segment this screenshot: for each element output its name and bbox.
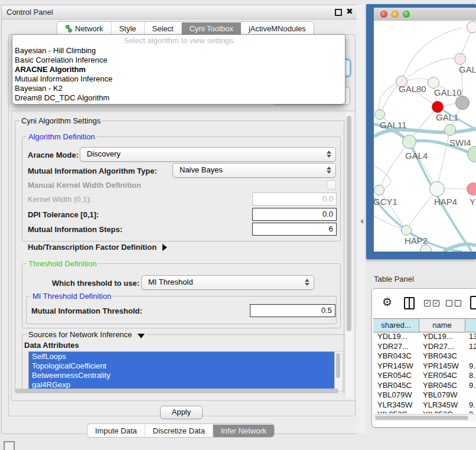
float-window-icon[interactable]	[335, 9, 342, 16]
tab-style[interactable]: Style	[112, 22, 145, 35]
table-row[interactable]: YBR043CYBR043C	[373, 351, 476, 361]
attribute-list-item[interactable]: BetweennessCentrality	[29, 371, 334, 380]
apply-button[interactable]: Apply	[160, 406, 203, 419]
network-node[interactable]	[374, 109, 385, 120]
network-node[interactable]	[467, 182, 476, 195]
mi-threshold-definition-title: MI Threshold Definition	[31, 292, 113, 301]
tab-jactivemnodules[interactable]: jActiveMNodules	[241, 22, 314, 35]
tab-select[interactable]: Select	[145, 22, 182, 35]
cyni-settings-group-title: Cyni Algorithm Settings	[19, 116, 102, 125]
table-horizontal-scrollbar[interactable]	[373, 414, 476, 422]
tab-label: jActiveMNodules	[249, 22, 306, 35]
node-label: HAP2	[405, 236, 428, 246]
table-panel-title: Table Panel	[374, 275, 414, 283]
settings-vertical-scrollbar[interactable]	[345, 112, 353, 398]
algorithm-popup-placeholder: Select algorithm to view settings	[12, 35, 345, 46]
table-cell: YDL19...	[377, 332, 407, 342]
mi-threshold-label: Mutual Information Threshold:	[31, 306, 142, 315]
tab-impute-data[interactable]: Impute Data	[87, 425, 145, 437]
table-row[interactable]: YDL19...YDL19...13	[373, 332, 476, 342]
table-row[interactable]: YBR045CYBR045C9.	[373, 381, 476, 391]
table-cell: 9.	[469, 381, 475, 391]
attribute-list-item[interactable]: SelfLoops	[29, 352, 334, 361]
node-label: GAL1	[436, 112, 458, 122]
column-header-extra[interactable]	[465, 319, 476, 332]
attribute-list-item[interactable]: TopologicalCoefficient	[29, 361, 334, 371]
tab-label: Style	[119, 22, 136, 35]
network-node[interactable]	[374, 185, 384, 195]
table-cell: YDR27...	[377, 342, 409, 352]
which-threshold-label: Which threshold to use:	[52, 279, 139, 288]
kernel-width-label: Kernel Width (0,1):	[28, 195, 92, 204]
mi-type-combobox[interactable]: Naive Bayes	[172, 163, 336, 178]
zoom-light[interactable]	[403, 11, 410, 18]
algorithm-option[interactable]: Bayesian - Hill Climbing	[12, 46, 345, 56]
node-label: GCY1	[374, 197, 397, 207]
splitter-collapse-icon[interactable]	[360, 219, 363, 224]
algorithm-popup: Select algorithm to view settings Bayesi…	[12, 34, 345, 105]
control-panel: Control Panel ✖ NetworkStyleSelectCyni T…	[1, 5, 357, 434]
kernel-width-field[interactable]: 0.0	[252, 193, 337, 206]
table-row[interactable]: YLR345WYLR345W9.	[373, 400, 476, 410]
network-node[interactable]	[454, 53, 466, 65]
network-node[interactable]	[467, 21, 476, 33]
network-node[interactable]	[444, 124, 456, 136]
dpi-tolerance-field[interactable]: 0.0	[252, 208, 337, 221]
tab-cyni-toolbox[interactable]: Cyni Toolbox	[182, 22, 241, 35]
table-settings-gear-icon[interactable]: ⚙	[382, 296, 392, 308]
network-node[interactable]	[455, 96, 470, 110]
sources-group-title[interactable]: Sources for Network Inference	[27, 330, 146, 339]
tab-discretize-data[interactable]: Discretize Data	[145, 425, 213, 437]
minimize-light[interactable]	[392, 11, 399, 18]
restore-panel-icon[interactable]	[4, 441, 15, 450]
export-table-icon[interactable]	[470, 296, 476, 309]
unchecked-checkbox-icon[interactable]	[446, 300, 452, 306]
checked-checkbox-icon[interactable]: ✓	[433, 300, 439, 306]
settings-horizontal-scrollbar[interactable]	[14, 388, 342, 394]
node-label: GAL4	[405, 151, 428, 161]
network-node[interactable]	[402, 135, 416, 149]
network-node[interactable]	[428, 77, 439, 89]
table-row[interactable]: YDR27...YDR27...12	[373, 342, 476, 352]
manual-kernel-label: Manual Kernel Width Definition	[28, 181, 141, 190]
algorithm-option[interactable]: Basic Correlation Inference	[12, 56, 345, 65]
attribute-list-scrollbar[interactable]	[334, 351, 343, 392]
algorithm-option[interactable]: Dream8 DC_TDC Algorithm	[12, 93, 345, 103]
algorithm-option[interactable]: Mutual Information Inference	[12, 74, 345, 84]
checked-checkbox-icon[interactable]: ✓	[424, 300, 431, 306]
network-canvas[interactable]: GALGAL80GAL10GAL1GAL11SWI4GAL4GCY1HAP4YH…	[374, 21, 476, 252]
which-threshold-combobox[interactable]: MI Threshold	[141, 275, 314, 290]
table-cell: YDR27...	[423, 342, 454, 352]
table-row[interactable]: YPR145WYPR145W9.	[373, 361, 476, 371]
close-light[interactable]	[380, 11, 387, 18]
network-node[interactable]	[429, 181, 445, 197]
aracne-mode-combobox[interactable]: Discovery	[80, 147, 336, 162]
column-layout-icon[interactable]	[404, 297, 415, 309]
network-node[interactable]	[401, 225, 412, 236]
table-row[interactable]: YER054CYER054C8.	[373, 371, 476, 381]
collapsed-arrow-icon	[162, 244, 167, 251]
table-cell: YPR145W	[377, 361, 413, 371]
algorithm-option[interactable]: ARACNE Algorithm	[12, 65, 345, 74]
tab-infer-network[interactable]: Infer Network	[213, 425, 274, 437]
column-header-shared...[interactable]: shared...	[373, 319, 419, 332]
table-header-row: shared...name	[373, 318, 476, 332]
mi-threshold-field[interactable]: 0.5	[250, 304, 335, 317]
manual-kernel-checkbox[interactable]	[327, 180, 336, 190]
hub-definition-toggle[interactable]: Hub/Transcription Factor Definition	[28, 243, 167, 252]
which-threshold-value: MI Threshold	[148, 278, 193, 286]
combo-spinner-icon	[327, 150, 331, 158]
unchecked-checkbox-icon[interactable]	[455, 300, 461, 306]
algorithm-option[interactable]: Bayesian - K2	[12, 84, 345, 93]
network-node[interactable]	[432, 101, 444, 113]
column-header-name[interactable]: name	[419, 319, 465, 332]
dpi-tolerance-label: DPI Tolerance [0,1]:	[28, 210, 99, 219]
node-label: GAL80	[399, 84, 426, 94]
tab-network[interactable]: Network	[57, 22, 112, 35]
table-cell: YBR043C	[423, 351, 457, 361]
table-row[interactable]: YBL079WYBL079W	[373, 390, 476, 400]
data-attributes-list[interactable]: SelfLoopsTopologicalCoefficientBetweenne…	[28, 351, 335, 392]
table-row[interactable]: YIL052CYIL052C9	[373, 410, 476, 413]
mi-steps-field[interactable]: 6	[252, 223, 337, 236]
close-panel-icon[interactable]: ✖	[346, 6, 353, 16]
